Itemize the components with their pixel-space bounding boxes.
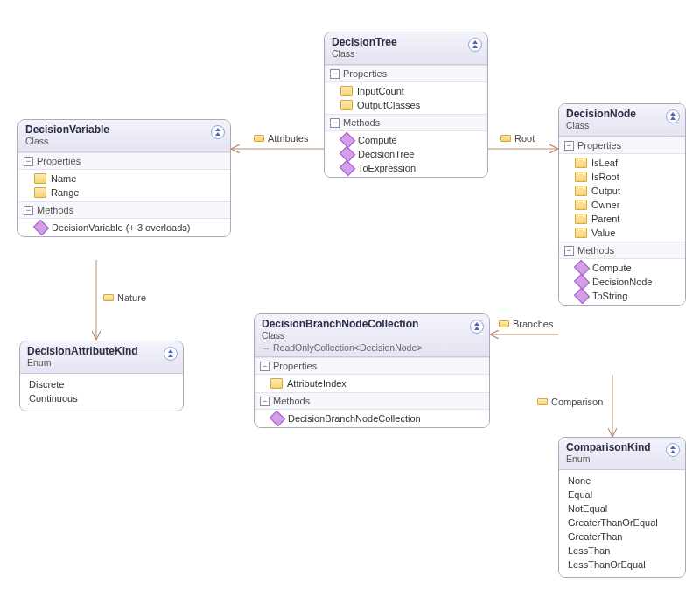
property-item[interactable]: Owner [559,198,685,212]
property-icon [575,186,587,196]
enum-value[interactable]: NotEqual [568,502,676,516]
methods-list: Compute DecisionNode ToString [559,259,685,305]
enum-value[interactable]: Continuous [29,391,174,405]
class-decisionnode[interactable]: DecisionNode Class − Properties IsLeaf I… [558,103,686,306]
member-label: ToExpression [358,163,416,173]
enum-value[interactable]: Discrete [29,377,174,391]
inherits-text: ReadOnlyCollection<DecisionNode> [273,342,422,353]
collapse-icon[interactable] [666,109,680,123]
edge-text: Nature [117,292,146,303]
collapse-icon[interactable] [468,38,482,52]
property-item[interactable]: AttributeIndex [255,376,489,390]
collapse-icon[interactable] [211,125,225,139]
property-item[interactable]: Name [18,172,230,186]
class-title: DecisionTree [332,36,480,48]
collapse-icon[interactable] [164,347,178,361]
section-properties[interactable]: − Properties [255,357,489,375]
method-item[interactable]: DecisionTree [325,147,487,161]
class-header: DecisionAttributeKind Enum [20,341,183,374]
properties-list: AttributeIndex [255,375,489,392]
member-label: OutputClasses [357,100,420,110]
section-label: Properties [37,156,80,166]
method-item[interactable]: DecisionVariable (+ 3 overloads) [18,221,230,235]
collapse-square-icon[interactable]: − [330,118,340,128]
class-title: DecisionBranchNodeCollection [262,318,482,330]
collapse-square-icon[interactable]: − [564,141,574,151]
enum-value[interactable]: None [568,474,676,488]
method-icon [270,411,285,426]
property-item[interactable]: Range [18,186,230,200]
member-label: Name [51,173,76,184]
member-label: InputCount [357,86,404,96]
property-item[interactable]: Value [559,226,685,240]
class-subtitle: Class [566,120,678,130]
method-icon [574,274,590,290]
class-title: ComparisonKind [566,441,678,453]
method-item[interactable]: DecisionNode [559,275,685,289]
member-label: Value [592,228,615,238]
collapse-icon[interactable] [666,443,680,457]
section-label: Methods [273,396,310,406]
property-item[interactable]: IsLeaf [559,156,685,170]
enum-value[interactable]: GreaterThan [568,530,676,544]
member-label: DecisionNode [592,277,652,287]
method-icon [340,146,355,162]
collapse-square-icon[interactable]: − [260,397,270,406]
collapse-icon[interactable] [470,320,484,334]
section-methods[interactable]: − Methods [559,242,685,259]
section-label: Properties [273,361,317,371]
property-item[interactable]: Parent [559,212,685,226]
method-icon [340,132,355,148]
class-subtitle: Enum [27,357,176,368]
enum-value[interactable]: LessThanOrEqual [568,558,676,572]
enum-value[interactable]: Equal [568,488,676,502]
edge-label-nature: Nature [103,292,146,303]
property-icon [270,378,283,389]
section-properties[interactable]: − Properties [18,152,230,170]
enum-value[interactable]: LessThan [568,544,676,558]
collapse-square-icon[interactable]: − [24,157,33,166]
collapse-square-icon[interactable]: − [260,362,270,371]
method-item[interactable]: DecisionBranchNodeCollection [255,411,489,425]
edge-label-root: Root [500,133,535,144]
property-item[interactable]: IsRoot [559,170,685,184]
properties-list: InputCount OutputClasses [325,82,487,114]
enum-decisionattributekind[interactable]: DecisionAttributeKind Enum Discrete Cont… [19,341,184,411]
property-item[interactable]: OutputClasses [325,98,487,112]
class-decisiontree[interactable]: DecisionTree Class − Properties InputCou… [324,32,488,178]
property-item[interactable]: InputCount [325,84,487,98]
member-label: Compute [358,135,397,145]
class-header: DecisionTree Class [325,32,487,65]
collapse-square-icon[interactable]: − [564,246,574,256]
method-item[interactable]: ToString [559,289,685,303]
section-methods[interactable]: − Methods [255,392,489,410]
property-item[interactable]: Output [559,184,685,198]
section-methods[interactable]: − Methods [18,201,230,219]
property-icon [103,294,114,301]
class-header: ComparisonKind Enum [559,438,685,470]
edge-text: Root [514,133,535,144]
enum-value[interactable]: GreaterThanOrEqual [568,516,676,530]
section-properties[interactable]: − Properties [325,65,487,82]
class-subtitle: Class [262,330,482,341]
method-item[interactable]: Compute [559,261,685,275]
enum-comparisonkind[interactable]: ComparisonKind Enum None Equal NotEqual … [558,437,686,578]
class-header: DecisionNode Class [559,104,685,137]
method-icon [340,160,355,176]
collapse-square-icon[interactable]: − [330,69,340,79]
properties-list: IsLeaf IsRoot Output Owner Parent Value [559,154,685,242]
section-properties[interactable]: − Properties [559,137,685,154]
class-decisionbranch[interactable]: DecisionBranchNodeCollection Class →Read… [254,313,490,428]
section-methods[interactable]: − Methods [325,114,487,131]
method-item[interactable]: Compute [325,133,487,147]
collapse-square-icon[interactable]: − [24,206,33,215]
member-label: Owner [592,200,620,210]
class-decisionvariable[interactable]: DecisionVariable Class − Properties Name… [18,119,231,237]
section-label: Methods [578,245,614,256]
property-icon [575,228,587,238]
methods-list: DecisionVariable (+ 3 overloads) [18,219,230,236]
property-icon [500,135,511,142]
method-item[interactable]: ToExpression [325,161,487,175]
property-icon [340,100,353,110]
member-label: Compute [592,263,632,273]
